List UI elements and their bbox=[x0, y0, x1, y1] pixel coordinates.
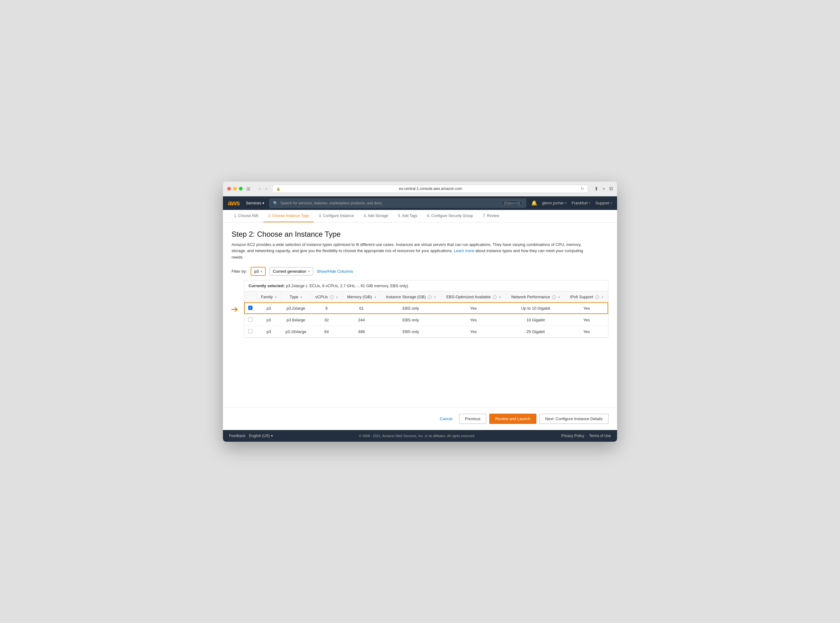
generation-filter-select[interactable]: Current generation ▾ bbox=[269, 267, 313, 276]
terms-of-use-link[interactable]: Terms of Use bbox=[589, 434, 611, 438]
row-2-storage: EBS only bbox=[381, 326, 441, 338]
traffic-lights bbox=[227, 187, 243, 190]
col-header-checkbox bbox=[244, 292, 256, 302]
storage-info-icon[interactable]: i bbox=[428, 295, 432, 299]
table-row[interactable]: p3p3.16xlarge64488EBS onlyYes25 GigabitY… bbox=[244, 326, 608, 338]
family-filter-select[interactable]: p3 ▾ bbox=[251, 267, 266, 276]
wizard-step-2[interactable]: 2. Choose Instance Type bbox=[263, 210, 314, 222]
privacy-policy-link[interactable]: Privacy Policy bbox=[561, 434, 584, 438]
new-tab-button[interactable]: ＋ bbox=[601, 186, 606, 192]
sidebar-toggle-button[interactable]: ⊞ bbox=[246, 186, 250, 192]
support-label: Support bbox=[595, 201, 610, 205]
region-menu-button[interactable]: Frankfurt ▾ bbox=[571, 201, 590, 205]
filter-row: Filter by: p3 ▾ Current generation ▾ Sho… bbox=[232, 267, 608, 276]
next-button[interactable]: Next: Configure Instance Details bbox=[539, 414, 608, 424]
ipv6-info-icon[interactable]: i bbox=[595, 295, 599, 299]
table-header-row: Family ▾ Type ▾ vCPUs i ▾ Memory (GiB) ▾ bbox=[244, 292, 608, 302]
row-2-network: 25 Gigabit bbox=[506, 326, 565, 338]
row-0-memory: 61 bbox=[342, 302, 381, 314]
row-2-vcpus: 64 bbox=[311, 326, 342, 338]
minimize-button[interactable] bbox=[233, 187, 237, 190]
close-button[interactable] bbox=[227, 187, 231, 190]
row-0-type: p3.2xlarge bbox=[281, 302, 311, 314]
forward-button[interactable]: › bbox=[264, 185, 268, 192]
network-info-icon[interactable]: i bbox=[552, 295, 556, 299]
search-shortcut-badge: [Option+S] bbox=[502, 201, 522, 206]
instance-table-wrap: Family ▾ Type ▾ vCPUs i ▾ Memory (GiB) ▾ bbox=[244, 292, 608, 338]
notifications-bell-icon[interactable]: 🔔 bbox=[531, 200, 537, 206]
back-button[interactable]: ‹ bbox=[258, 185, 262, 192]
cancel-button[interactable]: Cancel bbox=[436, 414, 456, 424]
row-1-checkbox-cell bbox=[244, 314, 256, 326]
row-1-family: p3 bbox=[256, 314, 281, 326]
col-header-storage[interactable]: Instance Storage (GB) i ▾ bbox=[381, 292, 441, 302]
feedback-link[interactable]: Feedback bbox=[229, 434, 246, 438]
support-chevron-icon: ▾ bbox=[611, 201, 612, 205]
wizard-step-6[interactable]: 6. Configure Security Group bbox=[422, 210, 478, 222]
language-selector[interactable]: English (US) ▾ bbox=[249, 434, 273, 438]
col-header-vcpus[interactable]: vCPUs i ▾ bbox=[311, 292, 342, 302]
wizard-steps: 1. Choose AMI 2. Choose Instance Type 3.… bbox=[223, 210, 617, 222]
wizard-step-1[interactable]: 1. Choose AMI bbox=[229, 210, 263, 222]
browser-window: ⊞ ‹ › 🔒 eu-central-1.console.aws.amazon.… bbox=[223, 182, 617, 442]
currently-selected-label: Currently selected: bbox=[249, 284, 285, 288]
row-2-checkbox-cell bbox=[244, 326, 256, 338]
browser-nav: ‹ › bbox=[258, 185, 269, 192]
row-0-checkbox[interactable] bbox=[248, 305, 252, 310]
ipv6-sort-icon: ▾ bbox=[602, 296, 603, 299]
ebs-info-icon[interactable]: i bbox=[493, 295, 497, 299]
search-placeholder-text: Search for services, features, marketpla… bbox=[280, 201, 382, 205]
row-1-ebs: Yes bbox=[441, 314, 506, 326]
storage-sort-icon: ▾ bbox=[434, 296, 436, 299]
username-text: glenn.jocher bbox=[542, 201, 564, 205]
row-0-ipv6: Yes bbox=[565, 302, 608, 314]
row-1-checkbox[interactable] bbox=[248, 318, 252, 322]
wizard-step-4[interactable]: 4. Add Storage bbox=[359, 210, 393, 222]
row-1-memory: 244 bbox=[342, 314, 381, 326]
col-header-ebs[interactable]: EBS-Optimized Available i ▾ bbox=[441, 292, 506, 302]
global-search-bar[interactable]: 🔍 Search for services, features, marketp… bbox=[269, 198, 526, 208]
wizard-step-3[interactable]: 3. Configure Instance bbox=[314, 210, 359, 222]
show-hide-columns-button[interactable]: Show/Hide Columns bbox=[317, 269, 353, 274]
row-2-type: p3.16xlarge bbox=[281, 326, 311, 338]
wizard-step-7[interactable]: 7. Review bbox=[478, 210, 504, 222]
learn-more-link[interactable]: Learn more bbox=[454, 249, 474, 253]
topnav-right: 🔔 glenn.jocher ▾ Frankfurt ▾ Support ▾ bbox=[531, 200, 612, 206]
footer-left: Feedback English (US) ▾ bbox=[229, 434, 273, 438]
address-bar[interactable]: 🔒 eu-central-1.console.aws.amazon.com ↻ bbox=[272, 185, 588, 193]
network-sort-icon: ▾ bbox=[558, 296, 560, 299]
col-header-network[interactable]: Network Performance i ▾ bbox=[506, 292, 565, 302]
services-menu-button[interactable]: Services ▾ bbox=[246, 201, 264, 205]
instance-table-body: p3p3.2xlarge861EBS onlyYesUp to 10 Gigab… bbox=[244, 302, 608, 338]
language-text: English (US) bbox=[249, 434, 270, 438]
language-chevron-icon: ▾ bbox=[271, 434, 273, 438]
table-row[interactable]: p3p3.2xlarge861EBS onlyYesUp to 10 Gigab… bbox=[244, 302, 608, 314]
page-title: Step 2: Choose an Instance Type bbox=[232, 230, 608, 239]
table-row[interactable]: p3p3.8xlarge32244EBS onlyYes10 GigabitYe… bbox=[244, 314, 608, 326]
col-header-memory[interactable]: Memory (GiB) ▾ bbox=[342, 292, 381, 302]
maximize-button[interactable] bbox=[239, 187, 243, 190]
row-2-checkbox[interactable] bbox=[248, 329, 252, 333]
region-chevron-icon: ▾ bbox=[589, 201, 590, 205]
tabs-button[interactable]: ⧉ bbox=[610, 186, 613, 192]
footer: Feedback English (US) ▾ © 2008 - 2021, A… bbox=[223, 430, 617, 442]
refresh-button[interactable]: ↻ bbox=[581, 187, 584, 191]
row-2-memory: 488 bbox=[342, 326, 381, 338]
vcpus-info-icon[interactable]: i bbox=[330, 295, 334, 299]
review-and-launch-button[interactable]: Review and Launch bbox=[489, 414, 536, 424]
family-filter-value: p3 bbox=[254, 269, 259, 274]
support-menu-button[interactable]: Support ▾ bbox=[595, 201, 612, 205]
share-button[interactable]: ⬆ bbox=[594, 186, 598, 192]
row-0-checkbox-cell bbox=[244, 302, 256, 314]
wizard-step-5[interactable]: 5. Add Tags bbox=[393, 210, 422, 222]
previous-button[interactable]: Previous bbox=[459, 414, 487, 424]
col-header-ipv6[interactable]: IPv6 Support i ▾ bbox=[565, 292, 608, 302]
row-0-family: p3 bbox=[256, 302, 281, 314]
col-header-family[interactable]: Family ▾ bbox=[256, 292, 281, 302]
col-header-type[interactable]: Type ▾ bbox=[281, 292, 311, 302]
instance-table: Family ▾ Type ▾ vCPUs i ▾ Memory (GiB) ▾ bbox=[244, 292, 608, 338]
row-2-family: p3 bbox=[256, 326, 281, 338]
user-menu-button[interactable]: glenn.jocher ▾ bbox=[542, 201, 567, 205]
aws-topnav: aws Services ▾ 🔍 Search for services, fe… bbox=[223, 196, 617, 210]
ebs-sort-icon: ▾ bbox=[499, 296, 501, 299]
